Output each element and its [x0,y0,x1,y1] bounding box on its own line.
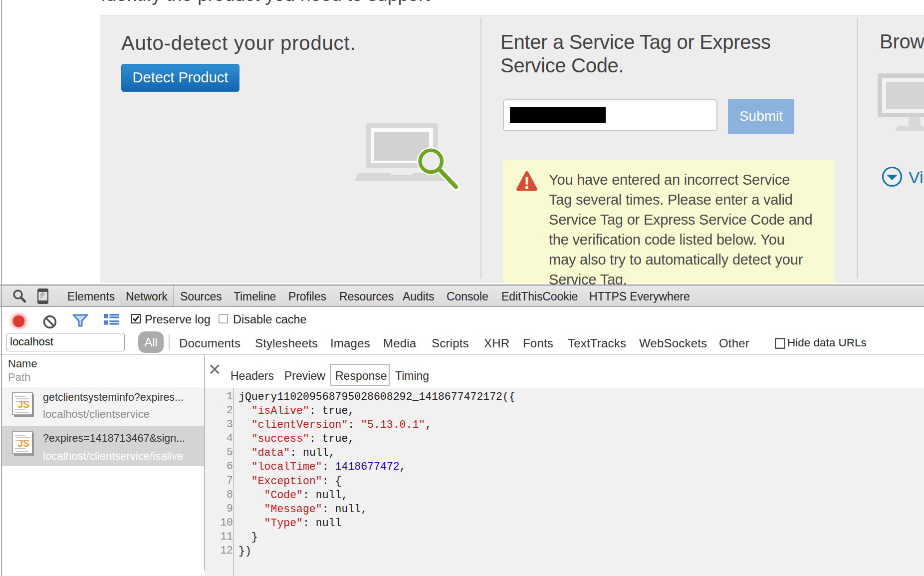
svg-text:JS: JS [17,399,29,410]
svg-text:JS: JS [17,438,29,449]
